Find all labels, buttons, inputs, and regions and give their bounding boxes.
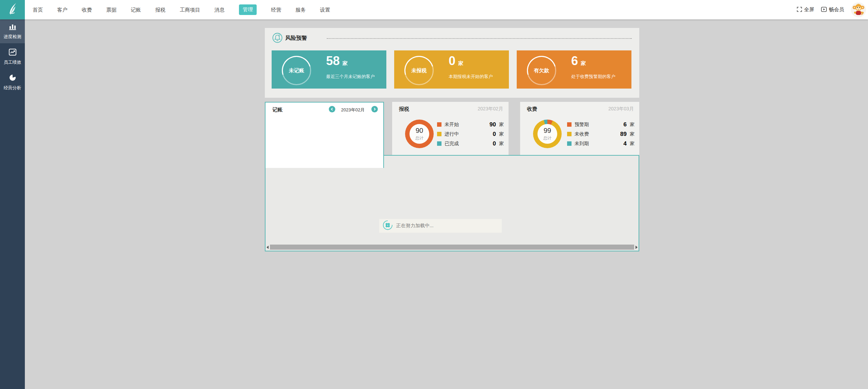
sidebar-item-staff-performance[interactable]: 员工绩效: [0, 45, 25, 69]
loading-indicator: 正在努力加载中...: [379, 219, 502, 233]
scrollbar-thumb[interactable]: [270, 245, 634, 250]
card-ring-label: 未报税: [412, 67, 427, 74]
nav-item-operation[interactable]: 经营: [271, 0, 281, 19]
card-ring-label: 有欠款: [534, 67, 549, 74]
donut-center: 90 总计: [409, 124, 429, 144]
risk-card-row: 未记账 58家 最近三个月未记账的客户 未报税 0家 本期报税未开始的客户 有欠…: [272, 50, 631, 89]
user-avatar[interactable]: [851, 2, 866, 17]
sidebar-item-label: 员工绩效: [4, 59, 21, 65]
tab-title: 收费: [527, 106, 537, 112]
legend-item: 已完成 0 家: [437, 140, 504, 147]
legend-color-swatch: [567, 122, 572, 127]
bookkeeping-period: 2023年02月: [341, 107, 365, 113]
nav-item-customer[interactable]: 客户: [57, 0, 67, 19]
risk-warning-header: 风险预警: [272, 33, 632, 44]
horizontal-scrollbar[interactable]: [267, 245, 638, 250]
next-month-button[interactable]: [371, 106, 378, 112]
nav-item-manage[interactable]: 管理: [239, 4, 257, 15]
card-description: 处于收费预警期的客户: [571, 74, 615, 80]
card-description: 本期报税未开始的客户: [449, 74, 493, 80]
spinner-icon: [383, 220, 393, 232]
scroll-left-arrow[interactable]: [267, 246, 269, 249]
legend-color-swatch: [567, 132, 572, 136]
risk-card-owing[interactable]: 有欠款 6家 处于收费预警期的客户: [517, 50, 631, 89]
donut-center: 99 总计: [537, 124, 557, 144]
risk-card-unbooked[interactable]: 未记账 58家 最近三个月未记账的客户: [272, 50, 386, 89]
tax-legend: 未开始 90 家 进行中 0 家 已完成 0 家: [437, 121, 504, 147]
nav-item-business-project[interactable]: 工商项目: [180, 0, 200, 19]
fullscreen-button[interactable]: 全屏: [797, 6, 814, 13]
bar-chart-icon: [9, 23, 17, 32]
main-menu: 首页 客户 收费 票据 记账 报税 工商项目 消息 管理 经营 服务 设置: [33, 0, 330, 19]
app-logo[interactable]: [0, 0, 25, 19]
donut-total-label: 总计: [415, 135, 423, 141]
legend-color-swatch: [437, 122, 441, 127]
dotted-divider: [327, 38, 632, 39]
card-count: 0家: [449, 54, 463, 68]
nav-item-message[interactable]: 消息: [214, 0, 225, 19]
legend-item: 未开始 90 家: [437, 121, 504, 128]
donut-total-label: 总计: [543, 135, 551, 141]
nav-item-tax[interactable]: 报税: [155, 0, 165, 19]
nav-item-invoice[interactable]: 票据: [106, 0, 116, 19]
tab-tax[interactable]: 报税 2023年02月 90 总计 未开始 90 家 进行中 0 家: [392, 102, 509, 155]
legend-item: 预警期 6 家: [567, 121, 634, 128]
pie-chart-icon: [9, 74, 17, 83]
tab-period: 2023年03月: [608, 106, 634, 112]
bell-icon: [272, 33, 283, 44]
loading-text: 正在努力加载中...: [396, 223, 434, 229]
tab-period: 2023年02月: [478, 106, 503, 112]
tab-charging[interactable]: 收费 2023年03月 99 总计 预警期 6 家 未收费 89 家: [520, 102, 639, 155]
tab-bookkeeping[interactable]: 记账 2023年02月: [265, 102, 384, 168]
tab-title: 记账: [272, 107, 283, 113]
card-ring-icon: 未报税: [404, 56, 434, 85]
nav-right-tools: 全屏 畅会员: [797, 0, 868, 19]
donut-total: 90: [416, 127, 423, 135]
sidebar-item-business-analysis[interactable]: 经营分析: [0, 71, 25, 94]
member-label: 畅会员: [829, 6, 844, 13]
monkey-avatar: [851, 2, 866, 17]
legend-color-swatch: [437, 132, 441, 136]
sidebar-item-label: 进度检测: [4, 34, 21, 40]
card-count: 58家: [326, 54, 348, 68]
card-ring-icon: 未记账: [282, 56, 311, 85]
feather-icon: [7, 2, 18, 17]
charge-donut-chart: 99 总计: [533, 120, 562, 148]
nav-item-settings[interactable]: 设置: [320, 0, 330, 19]
legend-item: 未收费 89 家: [567, 131, 634, 137]
legend-item: 进行中 0 家: [437, 131, 504, 137]
fullscreen-label: 全屏: [804, 6, 814, 13]
member-button[interactable]: 畅会员: [821, 6, 844, 13]
scroll-right-arrow[interactable]: [636, 246, 638, 249]
prev-month-button[interactable]: [329, 106, 335, 112]
legend-item: 未到期 4 家: [567, 140, 634, 147]
video-play-icon: [821, 7, 827, 13]
sidebar-item-progress-check[interactable]: 进度检测: [0, 19, 25, 43]
card-description: 最近三个月未记账的客户: [326, 74, 375, 80]
nav-item-service[interactable]: 服务: [295, 0, 306, 19]
nav-item-charge[interactable]: 收费: [82, 0, 92, 19]
tab-title: 报税: [399, 106, 409, 112]
risk-card-untaxed[interactable]: 未报税 0家 本期报税未开始的客户: [394, 50, 509, 89]
sidebar-item-label: 经营分析: [4, 85, 21, 91]
legend-color-swatch: [567, 141, 572, 146]
tab-content-panel: 正在努力加载中...: [265, 155, 639, 251]
card-ring-label: 未记账: [289, 67, 304, 74]
line-chart-icon: [9, 48, 17, 57]
sidebar: 进度检测 员工绩效 经营分析: [0, 19, 25, 389]
tax-donut-chart: 90 总计: [405, 120, 434, 148]
card-count: 6家: [571, 54, 586, 68]
nav-item-bookkeeping[interactable]: 记账: [131, 0, 141, 19]
nav-item-home[interactable]: 首页: [33, 0, 43, 19]
charge-legend: 预警期 6 家 未收费 89 家 未到期 4 家: [567, 121, 634, 147]
app-window: 首页 客户 收费 票据 记账 报税 工商项目 消息 管理 经营 服务 设置 全屏: [0, 0, 868, 389]
risk-warning-panel: 风险预警 未记账 58家 最近三个月未记账的客户 未报税 0家 本期: [265, 28, 639, 98]
top-nav: 首页 客户 收费 票据 记账 报税 工商项目 消息 管理 经营 服务 设置 全屏: [0, 0, 868, 19]
legend-color-swatch: [437, 141, 441, 146]
card-ring-icon: 有欠款: [527, 56, 556, 85]
risk-warning-title: 风险预警: [285, 35, 307, 42]
fullscreen-icon: [797, 7, 802, 13]
donut-total: 99: [544, 127, 551, 135]
